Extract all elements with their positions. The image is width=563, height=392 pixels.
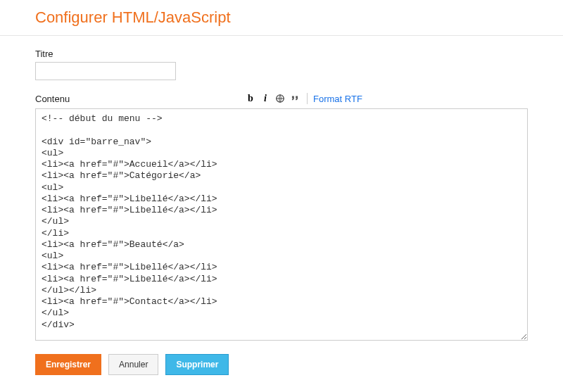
link-button[interactable] <box>273 91 287 106</box>
bold-button[interactable]: b <box>243 91 258 106</box>
title-input[interactable] <box>35 62 176 80</box>
quote-button[interactable] <box>288 91 302 106</box>
delete-button[interactable]: Supprimer <box>165 354 229 375</box>
link-icon <box>275 94 285 103</box>
title-field-group: Titre <box>35 49 528 80</box>
editor-toolbar: b i Format RTF <box>243 91 362 106</box>
save-button[interactable]: Enregistrer <box>35 354 101 375</box>
content-textarea[interactable] <box>35 108 528 341</box>
toolbar-separator <box>307 93 308 104</box>
cancel-button[interactable]: Annuler <box>108 354 158 375</box>
page-title: Configurer HTML/JavaScript <box>0 0 563 36</box>
title-label: Titre <box>35 49 528 59</box>
button-row: Enregistrer Annuler Supprimer <box>35 354 528 375</box>
quote-icon <box>290 94 300 103</box>
content-label: Contenu <box>35 94 243 104</box>
italic-button[interactable]: i <box>258 91 272 106</box>
format-rtf-link[interactable]: Format RTF <box>313 94 362 104</box>
